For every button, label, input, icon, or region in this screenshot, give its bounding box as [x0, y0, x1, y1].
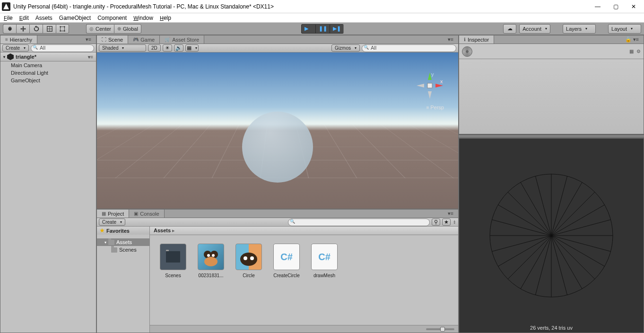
- hierarchy-search[interactable]: All: [31, 44, 94, 52]
- scene-icon: [7, 53, 14, 60]
- gizmos-dropdown[interactable]: Gizmos: [331, 44, 360, 52]
- scale-tool-button[interactable]: [43, 24, 56, 34]
- pause-button[interactable]: ❚❚: [315, 24, 330, 34]
- pivot-global-button[interactable]: ⊕Global: [114, 24, 141, 34]
- window-title: Unity Personal (64bit) - triangle.unity …: [13, 3, 593, 10]
- svg-point-3: [64, 26, 65, 27]
- asset-item[interactable]: Scenes: [158, 244, 188, 278]
- filter-button[interactable]: ⚲: [432, 219, 440, 226]
- cloud-button[interactable]: ☁: [503, 24, 516, 34]
- project-search[interactable]: [288, 219, 430, 226]
- hierarchy-panel: ≡Hierarchy ▾≡ Create All triangle* ▾≡ Ma…: [0, 35, 96, 333]
- svg-marker-9: [417, 84, 424, 88]
- assets-folder[interactable]: ▾Assets: [97, 238, 149, 246]
- preview-stats-label: 26 verts, 24 tris uv: [459, 325, 644, 331]
- fx-toggle[interactable]: ▦: [185, 44, 199, 52]
- unity-logo-icon: [2, 2, 10, 11]
- orientation-gizmo[interactable]: y x: [416, 71, 444, 100]
- asset-item[interactable]: 00231831...: [196, 244, 226, 278]
- asset-store-tab[interactable]: 🛒Asset Store: [160, 35, 204, 44]
- mesh-preview-viewport[interactable]: 26 verts, 24 tris uv: [459, 139, 644, 333]
- inspector-settings-icon[interactable]: ⚙: [636, 49, 641, 54]
- account-dropdown[interactable]: Account: [519, 24, 550, 34]
- hierarchy-create-dropdown[interactable]: Create: [2, 44, 29, 52]
- hierarchy-item[interactable]: Main Camera: [0, 61, 96, 69]
- play-button[interactable]: ▶: [301, 24, 315, 34]
- svg-point-19: [244, 256, 247, 260]
- maximize-button[interactable]: ▢: [611, 2, 620, 11]
- rotate-tool-button[interactable]: [29, 24, 43, 34]
- move-tool-button[interactable]: [16, 24, 29, 34]
- minimize-button[interactable]: —: [593, 2, 602, 11]
- mesh-asset-icon: [462, 46, 472, 57]
- inspector-tab[interactable]: ℹInspector: [459, 35, 494, 44]
- shading-mode-dropdown[interactable]: Shaded: [99, 44, 146, 52]
- asset-item[interactable]: C# drawMesh: [310, 244, 339, 278]
- project-menu-button[interactable]: ▾≡: [443, 210, 458, 218]
- inspector-lock-button[interactable]: 🔒 ▾≡: [620, 35, 644, 44]
- hierarchy-menu-button[interactable]: ▾≡: [81, 35, 96, 44]
- menu-component[interactable]: Component: [97, 15, 127, 21]
- lighting-toggle[interactable]: ☀: [163, 44, 172, 52]
- menu-help[interactable]: Help: [160, 15, 171, 21]
- perspective-label[interactable]: ≡ Persp: [426, 105, 444, 110]
- transform-tools: [3, 24, 69, 34]
- scene-menu-button[interactable]: ▾≡: [443, 35, 458, 44]
- project-create-dropdown[interactable]: Create: [99, 219, 125, 226]
- inspector-panel: ℹInspector 🔒 ▾≡ ▦ ⚙: [459, 35, 644, 134]
- hierarchy-tab[interactable]: ≡Hierarchy: [0, 35, 37, 44]
- menu-gameobject[interactable]: GameObject: [59, 15, 91, 21]
- rect-tool-button[interactable]: [56, 24, 69, 34]
- svg-point-20: [250, 256, 254, 260]
- svg-line-25: [551, 192, 595, 236]
- svg-point-16: [207, 254, 210, 257]
- asset-item[interactable]: Circle: [234, 244, 263, 278]
- preview-wireframe: [485, 169, 618, 302]
- splitter[interactable]: [459, 134, 644, 138]
- svg-line-26: [551, 205, 605, 236]
- hierarchy-scene-row[interactable]: triangle* ▾≡: [0, 53, 96, 61]
- hierarchy-item[interactable]: Directional Light: [0, 69, 96, 77]
- scene-viewport[interactable]: y x ≡ Persp: [97, 53, 458, 209]
- project-breadcrumb[interactable]: Assets ▸: [150, 227, 458, 235]
- layout-dropdown[interactable]: Layout: [608, 24, 641, 34]
- menu-edit[interactable]: Edit: [19, 15, 29, 21]
- favorites-header[interactable]: ★Favorites: [97, 227, 149, 235]
- project-panel: ▦Project ▣Console ▾≡ Create ⚲ ★ ⤈ ★Favor…: [96, 209, 459, 333]
- image-thumb-icon: [198, 244, 224, 270]
- toggle-2d-button[interactable]: 2D: [148, 44, 161, 52]
- thumbnail-size-slider[interactable]: [426, 328, 454, 330]
- scene-tab[interactable]: ⛶Scene: [97, 35, 128, 44]
- save-search-button[interactable]: ★: [442, 219, 451, 226]
- svg-rect-6: [427, 83, 432, 88]
- scenes-folder[interactable]: Scenes: [97, 246, 149, 254]
- menu-window[interactable]: Window: [133, 15, 153, 21]
- game-tab[interactable]: 🎮Game: [128, 35, 160, 44]
- menu-assets[interactable]: Assets: [35, 15, 52, 21]
- main-toolbar: ◎Center ⊕Global ▶ ❚❚ ▶❚ ☁ Account Layers…: [0, 23, 644, 35]
- hand-tool-button[interactable]: [3, 24, 16, 34]
- close-button[interactable]: ✕: [629, 2, 638, 11]
- console-tab[interactable]: ▣Console: [129, 210, 164, 218]
- lock-icon[interactable]: ⤈: [453, 219, 456, 225]
- inspector-help-icon[interactable]: ▦: [629, 49, 634, 54]
- svg-text:x: x: [440, 79, 443, 84]
- svg-line-32: [551, 236, 582, 289]
- audio-toggle[interactable]: 🔊: [174, 44, 183, 52]
- step-button[interactable]: ▶❚: [330, 24, 344, 34]
- pivot-center-button[interactable]: ◎Center: [86, 24, 114, 34]
- svg-point-2: [60, 26, 61, 27]
- project-tab[interactable]: ▦Project: [97, 210, 129, 218]
- layers-dropdown[interactable]: Layers: [563, 24, 596, 34]
- svg-line-35: [535, 236, 551, 295]
- svg-rect-1: [61, 26, 65, 31]
- folder-icon: [108, 240, 114, 245]
- scene-search[interactable]: All: [362, 44, 456, 52]
- menu-file[interactable]: File: [4, 15, 13, 21]
- folder-icon: [111, 247, 117, 253]
- asset-item[interactable]: C# CreateCircle: [272, 244, 301, 278]
- svg-point-4: [60, 30, 61, 32]
- hierarchy-item[interactable]: GameObject: [0, 77, 96, 84]
- svg-line-36: [521, 236, 551, 289]
- menubar: File Edit Assets GameObject Component Wi…: [0, 13, 644, 23]
